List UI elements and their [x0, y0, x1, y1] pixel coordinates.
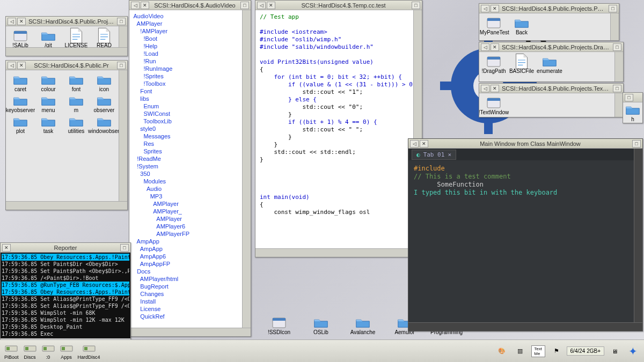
tree-item[interactable]: AMPlayer: [130, 215, 241, 223]
tree-item[interactable]: Changes: [130, 290, 241, 298]
filer-item[interactable]: utilities: [64, 115, 89, 134]
tree-item[interactable]: AMPlayer: [130, 200, 241, 208]
tree-item[interactable]: !AMPlayer: [130, 27, 241, 35]
tree-item[interactable]: MP3: [130, 193, 241, 200]
filer-item[interactable]: BASICFile: [509, 55, 534, 74]
scrollbar-v[interactable]: [614, 52, 623, 82]
back-button[interactable]: ◁: [131, 2, 140, 9]
back-button[interactable]: ◁: [481, 43, 489, 51]
back-button[interactable]: ◁: [481, 85, 489, 92]
scrollbar-h[interactable]: [6, 201, 127, 210]
tree-item[interactable]: Docs: [130, 268, 241, 275]
filer-item[interactable]: caret: [8, 73, 33, 92]
filer-item[interactable]: colour: [36, 73, 61, 92]
filer-item[interactable]: icon: [92, 73, 116, 92]
filer-item[interactable]: keyobserver: [8, 94, 33, 113]
iconbar-tasks-icon[interactable]: ▥: [512, 345, 528, 357]
window-audiovideo[interactable]: ◁✕SCSI::HardDisc4.$.AudioVideo□ AudioVid…: [129, 0, 251, 337]
filer-item[interactable]: /git: [36, 29, 61, 47]
window-reporter[interactable]: ✕Reporter□ 17:59:36.85 Obey Resources:$.…: [0, 242, 131, 340]
window-public[interactable]: ◁✕SCSI::HardDisc4.$.Public.Pr□ caretcolo…: [5, 60, 128, 210]
toggle-size-button[interactable]: □: [117, 18, 126, 25]
tree-item[interactable]: !Sprites: [130, 72, 241, 80]
toggle-size-button[interactable]: □: [412, 2, 420, 9]
tree-item[interactable]: libs: [130, 95, 241, 102]
tree-item[interactable]: License: [130, 305, 241, 313]
toggle-size-button[interactable]: □: [240, 2, 249, 9]
close-button[interactable]: ✕: [491, 5, 499, 12]
tree-item[interactable]: QuickRef: [130, 313, 241, 320]
tree-item[interactable]: !Toolbox: [130, 80, 241, 87]
toggle-size-button[interactable]: □: [609, 5, 617, 12]
tree-item[interactable]: AMPlayer/html: [130, 275, 241, 283]
iconbar-item-discs[interactable]: Discs: [22, 342, 38, 360]
scrollbar-h[interactable]: [408, 322, 642, 331]
iconbar-item-piboot[interactable]: PiBoot: [3, 342, 20, 360]
tree-item[interactable]: AmpApp: [130, 245, 241, 253]
filer-item[interactable]: windowobserver: [92, 115, 116, 134]
window-textwindow[interactable]: ◁✕SCSI::HardDisc4.$.Public.Projects.Text…: [479, 83, 624, 117]
tree-item[interactable]: Sprites: [130, 147, 241, 155]
toggle-size-button[interactable]: □: [613, 85, 621, 92]
tree-item[interactable]: !Run: [130, 57, 241, 65]
filer-item[interactable]: task: [36, 115, 61, 134]
back-button[interactable]: ◁: [410, 140, 419, 147]
scrollbar-v[interactable]: [614, 93, 623, 117]
window-panetest[interactable]: ◁✕SCSI::HardDisc4.$.Public.Projects.Pane…: [479, 3, 619, 41]
close-tab-icon[interactable]: ×: [448, 151, 451, 158]
back-button[interactable]: ◁: [481, 5, 489, 12]
filer-item[interactable]: !DragPath: [481, 55, 506, 74]
scrollbar-v[interactable]: [119, 26, 127, 47]
scrollbar-v[interactable]: [610, 13, 619, 40]
close-button[interactable]: ✕: [420, 140, 428, 147]
toggle-size-button[interactable]: □: [632, 140, 641, 147]
toggle-size-button[interactable]: □: [613, 43, 621, 51]
log-content[interactable]: 17:59:36.85 Obey Resources:$.Apps.!Paint…: [1, 253, 130, 338]
pinboard-item[interactable]: Avalanche: [347, 316, 379, 335]
filer-item[interactable]: m: [64, 94, 89, 113]
filer-item[interactable]: !MyPaneTest: [481, 17, 506, 35]
iconbar-item-apps[interactable]: Apps: [58, 342, 75, 360]
pinboard-item[interactable]: !SSDIcon: [263, 316, 295, 335]
back-button[interactable]: ◁: [257, 2, 266, 9]
scrollbar-h[interactable]: [6, 47, 127, 56]
filer-item[interactable]: !TextWindow: [481, 97, 506, 115]
iconbar-display-icon[interactable]: 🖥: [606, 345, 623, 357]
scrollbar-v[interactable]: [634, 149, 642, 322]
iconbar-item-harddisc4[interactable]: HardDisc4: [77, 342, 101, 360]
tree-item[interactable]: AmpApp6: [130, 253, 241, 260]
tab-01[interactable]: ◐Tab 01×: [412, 150, 456, 160]
tree-item[interactable]: AMPlayerFP: [130, 230, 241, 238]
back-button[interactable]: ◁: [8, 62, 16, 69]
close-button[interactable]: ✕: [2, 244, 11, 252]
tree-item[interactable]: AMPlayer6: [130, 223, 241, 230]
tree-item[interactable]: !System: [130, 162, 241, 170]
filer-item[interactable]: enumerate: [537, 55, 562, 74]
window-h[interactable]: □ h: [623, 92, 643, 123]
tree-item[interactable]: style0: [130, 125, 241, 132]
tree-item[interactable]: !Load: [130, 50, 241, 57]
filer-item[interactable]: menu: [36, 94, 61, 113]
tree-item[interactable]: Enum: [130, 102, 241, 110]
close-button[interactable]: ✕: [267, 2, 275, 9]
code-content[interactable]: #include // This is a test comment SomeF…: [408, 160, 634, 201]
iconbar-textme-icon[interactable]: TextMe: [530, 345, 546, 357]
tree-item[interactable]: Modules: [130, 178, 241, 185]
tree-item[interactable]: AmpApp: [130, 238, 241, 245]
iconbar-flag-icon[interactable]: ⚑: [548, 345, 565, 357]
tree-item[interactable]: Res: [130, 140, 241, 147]
close-button[interactable]: ✕: [491, 43, 499, 51]
tree-item[interactable]: Audio: [130, 185, 241, 193]
editor-area[interactable]: ◐Tab 01× #include // This is a test comm…: [408, 149, 634, 322]
tree-item[interactable]: AudioVideo: [130, 12, 241, 20]
close-button[interactable]: ✕: [141, 2, 149, 9]
close-button[interactable]: ✕: [491, 85, 499, 92]
tree-item[interactable]: AmpAppFP: [130, 260, 241, 268]
window-salib[interactable]: ◁✕SCSI::HardDisc4.$.Public.Projects.SALi…: [5, 16, 128, 56]
filer-item[interactable]: h: [624, 104, 641, 122]
tree-item[interactable]: !Help: [130, 42, 241, 50]
iconbar-item-:0[interactable]: :0: [40, 342, 56, 360]
tree-item[interactable]: AMPlayer: [130, 20, 241, 27]
close-button[interactable]: ✕: [17, 18, 26, 25]
window-mainwindow[interactable]: ◁✕Main Window from Class MainWindow□ ◐Ta…: [408, 138, 643, 331]
